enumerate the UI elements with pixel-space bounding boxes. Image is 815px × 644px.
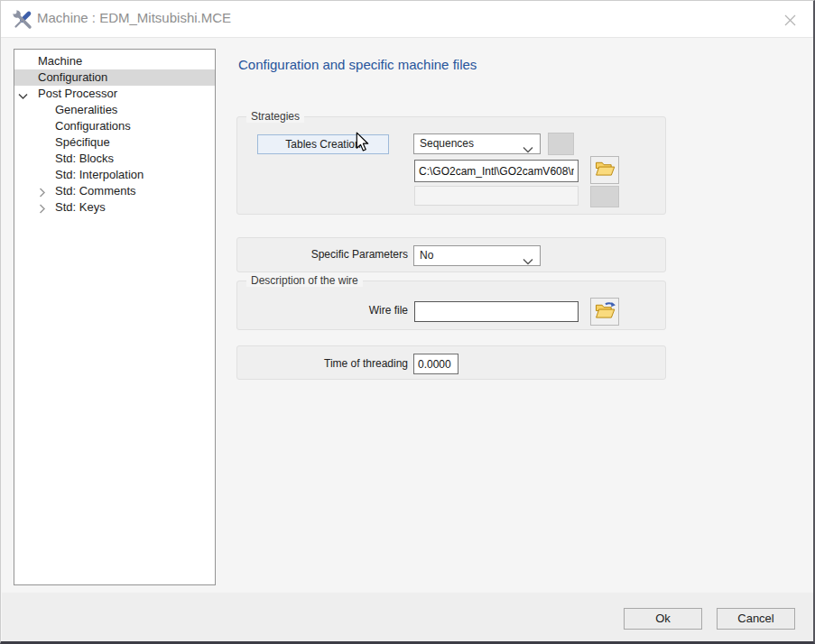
tree-item-std-keys[interactable]: Std: Keys bbox=[14, 199, 215, 216]
title-bar: Machine : EDM_Mitsubishi.MCE bbox=[1, 1, 813, 38]
chevron-down-icon bbox=[523, 141, 533, 160]
tree-item-label: Std: Interpolation bbox=[14, 167, 144, 183]
tree-item-configurations[interactable]: Configurations bbox=[14, 118, 215, 134]
tree-item-label: Spécifique bbox=[14, 134, 110, 151]
specific-parameters-dropdown-value: No bbox=[420, 249, 433, 262]
wire-file-field[interactable] bbox=[414, 301, 579, 322]
machine-dialog: Machine : EDM_Mitsubishi.MCE MachineConf… bbox=[0, 0, 815, 644]
tree-item-label: Post Processor bbox=[14, 86, 117, 102]
macro-path-field[interactable] bbox=[414, 160, 579, 182]
tree-item-generalities[interactable]: Generalities bbox=[14, 102, 215, 118]
tree-item-label: Configuration bbox=[14, 69, 107, 86]
window-title: Machine : EDM_Mitsubishi.MCE bbox=[37, 10, 231, 25]
tree-item-label: Generalities bbox=[14, 102, 117, 118]
tree-item-label: Std: Keys bbox=[14, 199, 106, 216]
tree-item-machine[interactable]: Machine bbox=[14, 53, 215, 69]
tree-item-configuration[interactable]: Configuration bbox=[14, 69, 215, 86]
tree-item-sp-cifique[interactable]: Spécifique bbox=[14, 134, 215, 151]
tables-creation-button[interactable]: Tables Creation bbox=[257, 134, 389, 154]
tree-item-post-processor[interactable]: Post Processor bbox=[14, 86, 215, 102]
chevron-down-icon bbox=[523, 253, 533, 271]
folder-icon bbox=[595, 160, 616, 180]
disabled-square-button-bottom bbox=[590, 186, 619, 207]
tree-item-std-blocks[interactable]: Std: Blocks bbox=[14, 151, 215, 167]
tree-item-label: Std: Blocks bbox=[14, 151, 114, 167]
tree-item-std-interpolation[interactable]: Std: Interpolation bbox=[14, 167, 215, 183]
specific-parameters-dropdown[interactable]: No bbox=[413, 245, 541, 266]
chevron-right-icon[interactable] bbox=[39, 186, 50, 197]
sequences-dropdown-value: Sequences bbox=[420, 137, 474, 150]
browse-macro-folder-button[interactable] bbox=[590, 156, 619, 184]
sequences-dropdown[interactable]: Sequences bbox=[413, 133, 541, 154]
tree-item-std-comments[interactable]: Std: Comments bbox=[14, 183, 215, 199]
threading-panel: Time of threading bbox=[236, 345, 666, 380]
specific-parameters-label: Specific Parameters bbox=[237, 248, 408, 261]
tree-item-label: Machine bbox=[14, 53, 82, 69]
cancel-button[interactable]: Cancel bbox=[717, 608, 795, 630]
wire-file-label: Wire file bbox=[237, 304, 408, 317]
machine-tree: MachineConfigurationPost ProcessorGenera… bbox=[14, 49, 216, 585]
tree-item-label: Configurations bbox=[14, 118, 131, 134]
strategies-group: Strategies Tables Creation Sequences bbox=[236, 116, 666, 215]
time-of-threading-field[interactable] bbox=[413, 354, 458, 374]
chevron-right-icon[interactable] bbox=[39, 202, 50, 213]
time-of-threading-label: Time of threading bbox=[237, 357, 408, 370]
browse-wire-file-button[interactable] bbox=[590, 298, 619, 326]
disabled-square-button-top bbox=[548, 133, 574, 155]
wire-group-label: Description of the wire bbox=[246, 274, 363, 287]
specific-parameters-panel: Specific Parameters No bbox=[236, 237, 666, 272]
secondary-path-field bbox=[414, 186, 579, 206]
strategies-group-label: Strategies bbox=[246, 110, 304, 123]
ok-button[interactable]: Ok bbox=[624, 608, 702, 630]
chevron-down-icon[interactable] bbox=[18, 88, 29, 99]
tools-icon bbox=[12, 9, 33, 31]
wire-group: Description of the wire Wire file bbox=[236, 281, 666, 330]
tree-item-label: Std: Comments bbox=[14, 183, 136, 199]
page-title: Configuration and specific machine files bbox=[238, 57, 477, 72]
folder-open-icon bbox=[595, 300, 616, 323]
close-icon[interactable] bbox=[781, 11, 799, 29]
